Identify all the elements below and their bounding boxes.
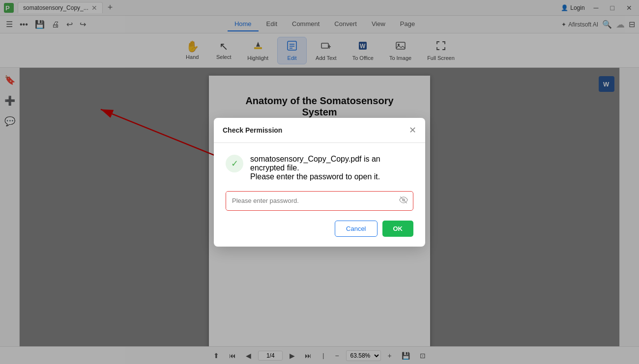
dialog-overlay: Check Permission ✕ ✓ somatosensory_Copy_…	[0, 0, 639, 364]
password-row	[226, 191, 413, 211]
dialog-title: Check Permission	[223, 126, 282, 134]
ok-btn[interactable]: OK	[382, 221, 414, 237]
dialog-message-line2: Please enter the password to open it.	[250, 172, 413, 181]
cancel-btn[interactable]: Cancel	[335, 221, 377, 237]
dialog-message: somatosensory_Copy_Copy.pdf is an encryp…	[250, 155, 413, 181]
dialog-close-btn[interactable]: ✕	[409, 125, 416, 136]
password-input[interactable]	[226, 192, 394, 209]
dialog-body: ✓ somatosensory_Copy_Copy.pdf is an encr…	[214, 143, 425, 221]
dialog-header: Check Permission ✕	[214, 118, 425, 143]
check-icon: ✓	[226, 155, 243, 172]
dialog-message-line1: somatosensory_Copy_Copy.pdf is an encryp…	[250, 155, 413, 172]
check-permission-dialog: Check Permission ✕ ✓ somatosensory_Copy_…	[214, 118, 425, 247]
dialog-footer: Cancel OK	[214, 221, 425, 247]
dialog-message-row: ✓ somatosensory_Copy_Copy.pdf is an encr…	[226, 155, 413, 181]
toggle-password-btn[interactable]	[394, 192, 413, 210]
